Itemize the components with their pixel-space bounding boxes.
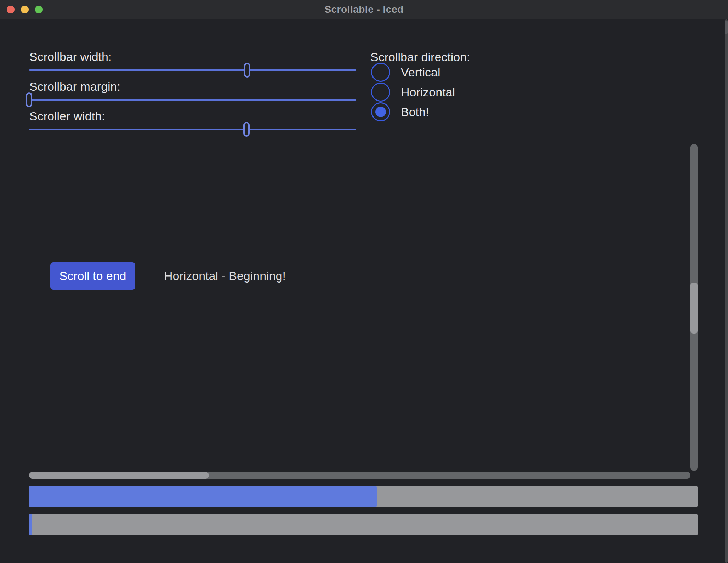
radio-label-horizontal[interactable]: Horizontal: [401, 85, 455, 99]
vertical-progress-fill: [29, 514, 32, 535]
radio-horizontal[interactable]: [371, 83, 390, 102]
app-window: Scrollable - Iced Scrollbar width: Scrol…: [0, 0, 728, 563]
horizontal-progress-fill: [29, 486, 377, 507]
slider-track-scrollbar-width[interactable]: [29, 69, 356, 71]
slider-label-scrollbar-width: Scrollbar width:: [29, 49, 112, 64]
window-title: Scrollable - Iced: [0, 0, 728, 19]
close-button[interactable]: [7, 6, 15, 13]
zoom-button[interactable]: [35, 6, 43, 13]
titlebar: Scrollable - Iced: [0, 0, 728, 19]
outer-scrollbar-thumb[interactable]: [725, 21, 728, 34]
scroll-status-text: Horizontal - Beginning!: [164, 268, 286, 283]
slider-label-scrollbar-margin: Scrollbar margin:: [29, 79, 120, 94]
slider-handle-scrollbar-width[interactable]: [244, 63, 250, 78]
outer-scrollbar-track[interactable]: [725, 19, 728, 563]
slider-label-scroller-width: Scroller width:: [29, 109, 105, 124]
radio-label-vertical[interactable]: Vertical: [401, 65, 440, 80]
slider-handle-scrollbar-margin[interactable]: [26, 92, 32, 107]
slider-handle-scroller-width[interactable]: [243, 122, 250, 137]
horizontal-scrollbar-thumb[interactable]: [29, 472, 209, 479]
vertical-scrollbar-thumb[interactable]: [690, 283, 698, 334]
slider-track-scroller-width[interactable]: [29, 129, 356, 130]
slider-track-scrollbar-margin[interactable]: [29, 99, 356, 101]
horizontal-progress-bar: [29, 486, 698, 507]
vertical-progress-bar: [29, 514, 698, 535]
radio-group-label: Scrollbar direction:: [370, 50, 470, 64]
minimize-button[interactable]: [21, 6, 29, 13]
radio-label-both[interactable]: Both!: [401, 104, 429, 119]
radio-both[interactable]: [371, 102, 390, 121]
scroll-to-end-button[interactable]: Scroll to end: [50, 262, 135, 290]
horizontal-scrollbar-track[interactable]: [29, 472, 690, 479]
vertical-scrollbar-track[interactable]: [690, 144, 698, 471]
radio-vertical[interactable]: [371, 63, 390, 82]
